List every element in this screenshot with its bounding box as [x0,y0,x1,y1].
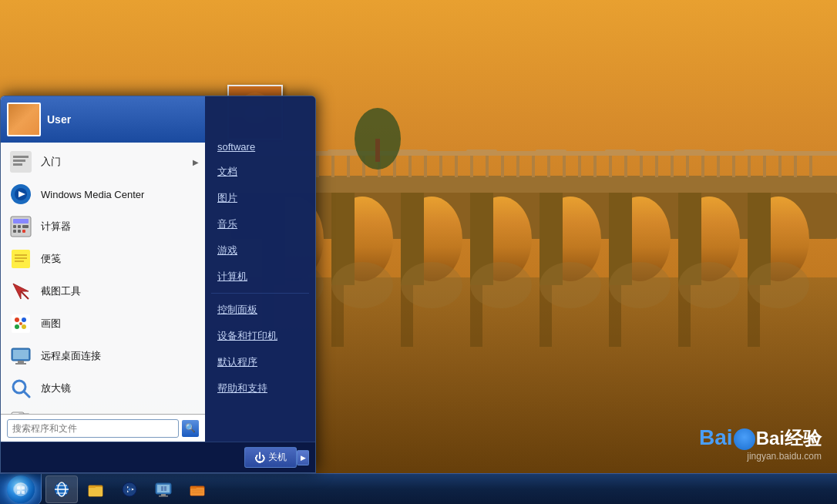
start-menu-user-header: User [1,96,205,143]
svg-point-78 [331,262,393,308]
svg-point-111 [15,318,19,322]
right-item-pictures[interactable]: 图片 [205,185,315,211]
start-item-calculator[interactable]: 计算器 [1,210,205,243]
svg-rect-57 [809,154,812,177]
magnifier-icon [8,376,33,401]
right-item-devices[interactable]: 设备和打印机 [205,323,315,349]
start-item-paint[interactable]: 画图 [1,307,205,340]
svg-rect-33 [439,154,442,177]
svg-rect-100 [22,225,29,228]
svg-point-148 [129,488,131,490]
right-item-games[interactable]: 游戏 [205,237,315,264]
start-item-magnifier[interactable]: 放大镜 [1,372,205,405]
svg-rect-61 [397,150,428,156]
svg-rect-46 [640,154,643,177]
arrow-icon: ▶ [193,158,199,166]
search-button[interactable]: 🔍 [182,420,199,437]
svg-rect-50 [701,154,704,177]
shutdown-arrow-button[interactable]: ▶ [297,450,309,465]
svg-point-132 [15,483,27,496]
svg-rect-66 [744,150,775,156]
start-item-solitaire[interactable]: ♥♠ 纸牌 [1,405,205,414]
svg-rect-34 [455,154,458,177]
svg-rect-65 [674,150,705,156]
right-item-software[interactable]: software [205,135,315,159]
svg-rect-151 [161,494,166,496]
svg-rect-98 [13,225,16,228]
start-item-snipping[interactable]: 截图工具 [1,275,205,307]
search-icon: 🔍 [185,423,196,433]
svg-rect-55 [778,154,782,177]
svg-rect-38 [516,154,519,177]
start-menu-bottom: ⏻ 关机 ▶ [1,442,315,472]
shutdown-button[interactable]: ⏻ 关机 [244,447,297,468]
svg-rect-60 [328,150,358,156]
right-item-documents[interactable]: 文档 [205,159,315,185]
calculator-icon [8,214,33,239]
taskbar-folder[interactable] [181,475,213,503]
taskbar-ie[interactable] [45,475,78,503]
watermark-line1: BaiBai经验 [699,425,822,451]
svg-point-79 [401,262,462,308]
svg-point-112 [22,318,26,322]
svg-point-113 [15,324,19,329]
svg-point-83 [678,262,740,308]
svg-point-114 [22,324,26,329]
solitaire-icon: ♥♠ [8,408,33,414]
svg-rect-103 [22,230,25,233]
svg-rect-92 [13,163,22,166]
start-menu: User 入门 ▶ [0,96,316,473]
svg-rect-144 [89,486,96,488]
svg-rect-37 [501,154,504,177]
svg-rect-99 [18,225,21,228]
svg-rect-26 [331,154,334,177]
svg-point-81 [540,262,601,308]
start-item-rdp[interactable]: 远程桌面连接 [1,340,205,372]
svg-rect-102 [18,230,21,233]
svg-rect-27 [347,154,350,177]
svg-point-82 [609,262,671,308]
svg-point-115 [19,322,22,325]
svg-rect-35 [470,154,473,177]
svg-rect-104 [12,250,30,268]
calculator-label: 计算器 [41,220,71,234]
search-input[interactable] [7,419,179,438]
svg-rect-40 [547,154,550,177]
right-item-controlpanel[interactable]: 控制面板 [205,297,315,323]
magnifier-label: 放大镜 [41,381,71,395]
svg-line-109 [21,291,29,299]
right-item-computer[interactable]: 计算机 [205,264,315,290]
right-item-music[interactable]: 音乐 [205,211,315,237]
taskbar-mediaplayer[interactable] [113,475,146,503]
right-item-defaultprograms[interactable]: 默认程序 [205,349,315,375]
svg-rect-41 [563,154,566,177]
start-item-wmc[interactable]: Windows Media Center [1,178,205,210]
right-divider [211,293,309,294]
wmc-icon [8,182,33,207]
snipping-label: 截图工具 [41,284,81,298]
taskbar-remote[interactable] [147,475,180,503]
start-orb [7,475,35,503]
taskbar [0,473,837,504]
start-item-getting-started[interactable]: 入门 ▶ [1,146,205,178]
getting-started-icon [8,150,33,174]
svg-rect-36 [486,154,489,177]
svg-rect-52 [732,154,735,177]
start-item-stickynotes[interactable]: 便笺 [1,243,205,275]
svg-rect-19 [231,176,837,193]
svg-rect-39 [532,154,535,177]
svg-rect-156 [190,488,204,496]
start-orb-inner [13,482,29,496]
right-item-help[interactable]: 帮助和支持 [205,375,315,402]
desktop: BaiBai经验 jingyan.baidu.com User [0,0,837,504]
svg-point-80 [470,262,532,308]
start-button[interactable] [0,474,42,505]
shutdown-label: 关机 [268,451,287,464]
rdp-label: 远程桌面连接 [41,349,101,363]
stickynotes-icon [8,247,33,271]
username-label: User [47,113,71,126]
svg-rect-47 [655,154,658,177]
taskbar-explorer[interactable] [79,475,112,503]
rdp-icon [8,344,33,368]
svg-rect-51 [717,154,720,177]
